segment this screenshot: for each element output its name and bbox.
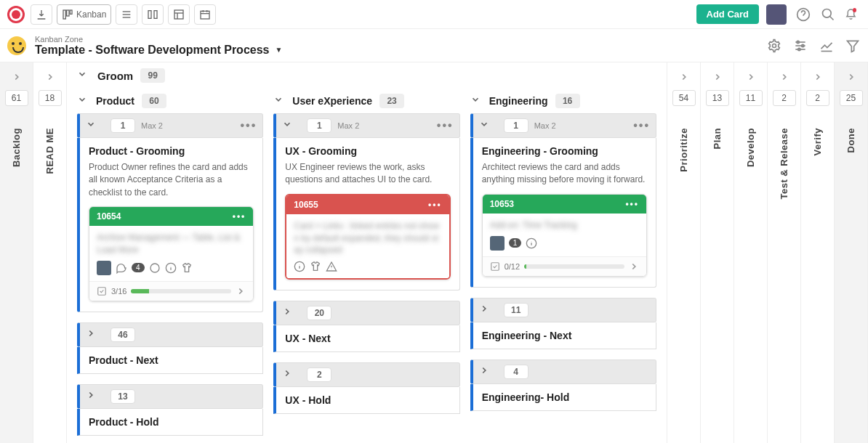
view-board-icon[interactable]	[168, 4, 190, 25]
board-emoji-icon	[7, 36, 26, 55]
rail-develop[interactable]: 11Develop	[734, 62, 768, 443]
hold-section: 13 Product - Hold	[77, 384, 263, 436]
svg-rect-8	[174, 10, 183, 19]
card-more-icon[interactable]: •••	[233, 211, 246, 222]
card-id: 10653	[490, 199, 514, 209]
chart-icon[interactable]	[819, 38, 835, 54]
gear-icon[interactable]	[766, 38, 782, 54]
card[interactable]: 10653••• Add-on: Time Tracking 1 0/12	[482, 194, 647, 277]
rail-count: 61	[5, 90, 28, 106]
rail-backlog[interactable]: 61 Backlog	[0, 62, 33, 443]
wip-max: Max 2	[337, 121, 359, 130]
svg-rect-2	[70, 10, 72, 14]
rail-test-release[interactable]: 2Test & Release	[768, 62, 801, 443]
card-more-icon[interactable]: •••	[625, 199, 639, 209]
column-count: 16	[555, 94, 580, 108]
chevron-right-icon[interactable]	[679, 67, 689, 87]
rail-label: Done	[845, 128, 856, 153]
left-rails: 61 Backlog 18 READ ME	[0, 62, 67, 443]
chevron-right-icon[interactable]	[712, 67, 723, 87]
chevron-right-icon[interactable]	[86, 390, 99, 403]
wip-header: 1 Max 2 •••	[77, 113, 263, 138]
view-kanban-button[interactable]: Kanban	[57, 4, 111, 25]
progress-label: 3/16	[111, 287, 126, 296]
view-list-icon[interactable]	[116, 4, 137, 25]
chevron-right-icon[interactable]	[12, 67, 22, 87]
download-icon-button[interactable]	[31, 4, 52, 25]
chevron-right-icon[interactable]	[45, 67, 55, 87]
info-icon	[526, 237, 537, 249]
info-icon	[294, 261, 305, 272]
bell-icon[interactable]	[845, 7, 861, 23]
checklist-icon	[490, 261, 500, 272]
chevron-right-icon[interactable]	[282, 368, 295, 381]
chevron-right-icon[interactable]	[746, 67, 756, 87]
column-title: Product	[96, 95, 134, 107]
chevron-right-icon[interactable]	[779, 67, 789, 87]
next-title: UX - Next	[273, 325, 459, 352]
svg-point-17	[823, 9, 832, 17]
assignee-avatar[interactable]	[490, 236, 505, 251]
hold-count: 13	[110, 389, 135, 404]
rail-label: Plan	[712, 128, 723, 149]
assignee-avatar[interactable]	[97, 261, 111, 275]
card-more-icon[interactable]: •••	[428, 200, 442, 210]
grooming-zone: Product - Grooming Product Owner refines…	[77, 138, 263, 312]
chevron-down-icon[interactable]	[273, 94, 286, 107]
card[interactable]: 10654 ••• Archive Management — Table, Li…	[89, 206, 254, 301]
wip-count: 1	[110, 118, 135, 133]
chevron-right-icon[interactable]	[479, 304, 492, 317]
help-icon[interactable]	[795, 7, 811, 23]
rail-prioritize[interactable]: 54Prioritize	[667, 62, 701, 443]
svg-point-19	[773, 44, 776, 47]
user-avatar[interactable]	[766, 4, 787, 25]
chevron-down-icon[interactable]	[77, 69, 90, 82]
rail-label: Verify	[812, 128, 823, 155]
chevron-right-icon[interactable]	[629, 261, 639, 272]
chevron-right-icon[interactable]	[282, 306, 295, 320]
logo	[7, 6, 25, 23]
right-rails: 54Prioritize 13Plan 11Develop 2Test & Re…	[667, 62, 868, 443]
card-title-blurred: Card > Links : linked entries not shown …	[294, 220, 441, 256]
wip-max: Max 2	[534, 121, 556, 130]
rail-count: 13	[706, 90, 729, 106]
search-icon[interactable]	[820, 7, 836, 23]
rail-plan[interactable]: 13Plan	[701, 62, 734, 443]
board-title-caret-icon[interactable]: ▼	[275, 46, 282, 54]
chevron-down-icon[interactable]	[470, 94, 483, 107]
rail-count: 11	[739, 90, 763, 106]
chevron-down-icon[interactable]	[86, 119, 99, 132]
chevron-right-icon[interactable]	[846, 67, 856, 87]
rail-done[interactable]: 25Done	[835, 62, 868, 443]
more-icon[interactable]: •••	[633, 119, 650, 132]
rail-label: Test & Release	[779, 128, 789, 200]
rail-count: 54	[672, 90, 696, 106]
wip-count: 1	[504, 118, 529, 133]
chevron-right-icon[interactable]	[236, 286, 246, 296]
next-count: 11	[504, 303, 529, 317]
rail-verify[interactable]: 2Verify	[801, 62, 835, 443]
wip-max: Max 2	[141, 121, 163, 130]
shirt-icon	[310, 261, 321, 272]
filter-icon[interactable]	[845, 38, 861, 54]
chevron-right-icon[interactable]	[86, 328, 99, 341]
next-count: 46	[110, 328, 135, 342]
add-card-button[interactable]: Add Card	[696, 4, 760, 24]
chevron-down-icon[interactable]	[479, 119, 492, 132]
card[interactable]: 10655••• Card > Links : linked entries n…	[285, 194, 450, 280]
svg-rect-11	[201, 11, 209, 19]
view-calendar-icon[interactable]	[194, 4, 216, 25]
rail-label: Develop	[745, 128, 756, 167]
progress-bar	[131, 289, 231, 293]
chevron-down-icon[interactable]	[77, 94, 90, 107]
rail-readme[interactable]: 18 READ ME	[33, 62, 67, 443]
more-icon[interactable]: •••	[437, 119, 454, 132]
chevron-down-icon[interactable]	[282, 119, 295, 132]
view-columns-icon[interactable]	[142, 4, 164, 25]
sliders-icon[interactable]	[792, 38, 808, 54]
board-title[interactable]: Template - Software Development Process	[35, 44, 269, 57]
chevron-right-icon[interactable]	[813, 67, 823, 87]
more-icon[interactable]: •••	[241, 119, 257, 132]
chevron-right-icon[interactable]	[479, 365, 492, 378]
rail-label: Prioritize	[678, 128, 689, 172]
